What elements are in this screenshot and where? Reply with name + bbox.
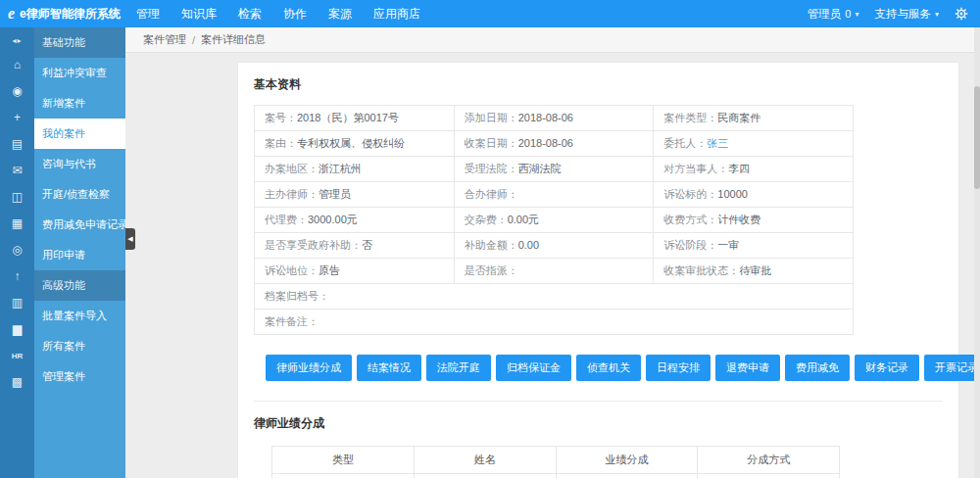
field-value: 否	[362, 239, 372, 251]
field-label: 诉讼阶段：	[663, 239, 717, 251]
main-area: ◀ 案件管理 / 案件详细信息 基本资料 案号：2018（民）第0017号 添加…	[125, 27, 980, 478]
table-row: 诉讼地位：原告 是否指派： 收案审批状态：待审批	[255, 259, 854, 284]
action-lawyer-share-button[interactable]: 律师业绩分成	[266, 355, 352, 381]
batch-import-icon[interactable]: ↑	[0, 263, 34, 290]
new-case-icon[interactable]: +	[0, 105, 34, 131]
action-finance-records-button[interactable]: 财务记录	[855, 355, 919, 381]
action-fee-waiver-button[interactable]: 费用减免	[785, 355, 850, 381]
home-icon[interactable]: ⌂	[0, 52, 34, 78]
field-value: 民商案件	[717, 112, 760, 123]
subsidy-flag-cell: 是否享受政府补助：否	[255, 233, 455, 259]
action-investigation-organ-button[interactable]: 侦查机关	[576, 355, 641, 381]
sidebar: 基础功能 利益冲突审查 新增案件 我的案件 咨询与代书 开庭/侦查检察 费用减免…	[34, 27, 125, 478]
sidebar-item-seal-request[interactable]: 用印申请	[34, 240, 125, 270]
field-value: 李四	[728, 163, 750, 174]
sidebar-item-my-cases[interactable]: 我的案件	[34, 119, 125, 149]
action-refund-request-button[interactable]: 退费申请	[715, 355, 780, 381]
nav-knowledge[interactable]: 知识库	[171, 0, 227, 27]
nav-app-store[interactable]: 应用商店	[363, 0, 431, 27]
field-label: 是否享受政府补助：	[265, 239, 362, 251]
sidebar-item-manage-cases[interactable]: 管理案件	[34, 361, 125, 392]
field-label: 案件类型：	[663, 112, 717, 123]
col-method: 分成方式	[698, 447, 840, 474]
action-archive-deposit-button[interactable]: 归档保证金	[496, 355, 571, 381]
nav-manage[interactable]: 管理	[125, 0, 171, 27]
nav-collaboration[interactable]: 协作	[272, 0, 318, 27]
table-row: 主办律师：管理员 合办律师： 诉讼标的：10000	[255, 182, 854, 208]
field-value: 待审批	[739, 264, 771, 276]
collapse-arrows-icon[interactable]: ◂▸	[0, 30, 34, 52]
user-name: 管理员	[808, 7, 842, 22]
topbar-right: 管理员 0 ▾ 支持与服务 ▾	[808, 7, 980, 22]
nav-case-source[interactable]: 案源	[318, 0, 363, 27]
scrollbar-track[interactable]	[974, 27, 980, 478]
client-cell: 委托人：张三	[654, 131, 854, 157]
seal-icon[interactable]: ◎	[0, 237, 34, 263]
fee-waiver-icon[interactable]: ▦	[0, 211, 34, 237]
action-schedule-button[interactable]: 日程安排	[646, 355, 710, 381]
field-value: 0.00	[518, 239, 539, 251]
field-label: 诉讼地位：	[265, 264, 318, 276]
breadcrumb-separator: /	[192, 34, 195, 46]
top-navigation: 管理 知识库 检索 协作 案源 应用商店	[125, 0, 431, 27]
scrollbar-thumb[interactable]	[974, 86, 980, 189]
hr-icon[interactable]: HR	[0, 343, 34, 369]
field-label: 主办律师：	[265, 188, 318, 200]
all-cases-icon[interactable]: ▥	[0, 290, 34, 316]
consult-icon[interactable]: ✉	[0, 158, 34, 184]
stats-icon[interactable]: ▆	[0, 316, 34, 343]
litigation-position-cell: 诉讼地位：原告	[255, 259, 455, 284]
case-cause-cell: 案由：专利权权属、侵权纠纷	[255, 131, 455, 157]
user-badge: 0	[845, 8, 851, 20]
case-notes-cell: 案件备注：	[255, 310, 854, 335]
action-court-session-button[interactable]: 法院开庭	[426, 355, 491, 381]
field-value: 10000	[717, 188, 748, 200]
case-number-cell: 案号：2018（民）第0017号	[255, 106, 455, 131]
sidebar-item-all-cases[interactable]: 所有案件	[34, 331, 125, 361]
app-title: e律师智能律所系统	[20, 6, 121, 23]
breadcrumb-parent[interactable]: 案件管理	[143, 32, 186, 47]
nav-search[interactable]: 检索	[227, 0, 272, 27]
court-icon[interactable]: ◫	[0, 184, 34, 211]
share-name-cell: 管理员	[414, 474, 556, 478]
user-menu[interactable]: 管理员 0 ▾	[808, 7, 859, 22]
support-menu[interactable]: 支持与服务 ▾	[874, 7, 939, 22]
my-cases-icon[interactable]: ▤	[0, 131, 34, 158]
field-label: 添加日期：	[465, 112, 518, 123]
action-invoice-records-button[interactable]: 开票记录	[924, 355, 980, 381]
app-window: e e律师智能律所系统 管理 知识库 检索 协作 案源 应用商店 管理员 0 ▾…	[0, 0, 980, 478]
chevron-down-icon: ▾	[855, 10, 858, 19]
apps-icon[interactable]: ▩	[0, 369, 34, 396]
col-name: 姓名	[414, 447, 556, 474]
table-row: 案由：专利权权属、侵权纠纷 收案日期：2018-08-06 委托人：张三	[255, 131, 854, 157]
client-link[interactable]: 张三	[707, 137, 728, 149]
sidebar-item-new-case[interactable]: 新增案件	[34, 88, 125, 119]
lead-lawyer-cell: 主办律师：管理员	[255, 182, 455, 208]
field-label: 补助金额：	[465, 239, 518, 251]
conflict-check-icon[interactable]: ◉	[0, 78, 34, 105]
action-case-closing-button[interactable]: 结案情况	[357, 355, 421, 381]
case-type-cell: 案件类型：民商案件	[654, 106, 854, 131]
table-row: 代理费：3000.00元 交杂费：0.00元 收费方式：计件收费	[255, 208, 854, 233]
field-label: 对方当事人：	[663, 163, 728, 174]
field-label: 案由：	[265, 137, 297, 149]
field-value: 专利权权属、侵权纠纷	[297, 137, 405, 149]
subsidy-amount-cell: 补助金额：0.00	[454, 233, 654, 259]
sidebar-collapse-handle[interactable]: ◀	[125, 228, 135, 250]
field-label: 收案审批状态：	[663, 264, 739, 276]
sidebar-item-consult[interactable]: 咨询与代书	[34, 149, 125, 179]
archive-number-cell: 档案归档号：	[255, 284, 854, 310]
accept-date-cell: 收案日期：2018-08-06	[454, 131, 654, 157]
sidebar-item-court-investigation[interactable]: 开庭/侦查检察	[34, 179, 125, 210]
sidebar-item-batch-import[interactable]: 批量案件导入	[34, 301, 125, 331]
field-label: 交杂费：	[465, 214, 508, 225]
col-share: 业绩分成	[556, 447, 698, 474]
table-row: 团队负责人 管理员 100% 百分比	[272, 474, 840, 478]
sidebar-item-conflict-review[interactable]: 利益冲突审查	[34, 58, 125, 88]
field-value: 西湖法院	[518, 163, 562, 174]
gear-icon[interactable]	[955, 7, 968, 21]
sidebar-item-fee-waiver-records[interactable]: 费用减免申请记录	[34, 210, 125, 240]
litigation-amount-cell: 诉讼标的：10000	[654, 182, 854, 208]
sidebar-section-basic: 基础功能	[34, 27, 125, 58]
field-label: 受理法院：	[465, 163, 518, 174]
